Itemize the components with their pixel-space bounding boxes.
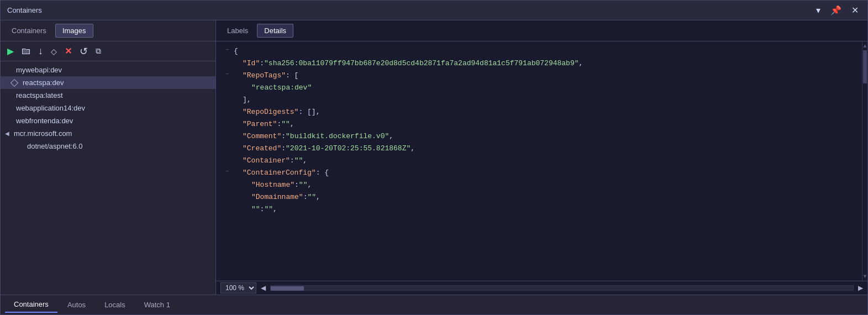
- tab-details[interactable]: Details: [257, 24, 293, 38]
- dropdown-btn[interactable]: ▾: [814, 4, 823, 17]
- list-item[interactable]: reactspa:latest: [1, 89, 215, 102]
- window-title: Containers: [7, 6, 42, 14]
- delete-btn[interactable]: ✕: [62, 45, 74, 57]
- json-line: "Id" : "sha256:0ba11079ff947bb687e20d8d5…: [216, 58, 862, 70]
- json-line: "Container" : "" ,: [216, 155, 862, 167]
- refresh-btn[interactable]: ↺: [77, 44, 90, 59]
- scroll-track[interactable]: [862, 50, 867, 272]
- json-line: "Created" : "2021-10-20T02:25:55.821868Z…: [216, 143, 862, 155]
- status-tab-watch1[interactable]: Watch 1: [135, 297, 179, 312]
- list-item[interactable]: dotnet/aspnet:6.0: [1, 140, 215, 153]
- json-line: "Domainname" : "" ,: [216, 192, 862, 204]
- zoom-select[interactable]: 100 %: [220, 282, 256, 293]
- scroll-down-btn[interactable]: ▼: [862, 272, 867, 281]
- play-btn[interactable]: ▶: [5, 45, 16, 57]
- json-content[interactable]: − { "Id" : "sha256:0ba11079ff947bb687e20…: [216, 41, 862, 281]
- json-line: − {: [216, 46, 862, 58]
- status-tab-containers[interactable]: Containers: [5, 297, 57, 313]
- json-line: "Comment" : "buildkit.dockerfile.v0" ,: [216, 131, 862, 143]
- tab-labels[interactable]: Labels: [220, 24, 255, 37]
- left-tab-bar: Containers Images: [1, 20, 215, 41]
- pin-btn[interactable]: 📌: [828, 4, 844, 17]
- list-item[interactable]: webapplication14:dev: [1, 102, 215, 114]
- tab-images[interactable]: Images: [55, 24, 93, 38]
- scroll-thumb: [863, 50, 867, 83]
- list-item[interactable]: mywebapi:dev: [1, 64, 215, 76]
- json-line: "reactspa:dev": [216, 82, 862, 95]
- image-toolbar: ▶ ↓ ◇ ✕ ↺ ⧉: [1, 41, 215, 61]
- title-bar-controls: ▾ 📌 ✕: [814, 4, 861, 17]
- scroll-up-btn[interactable]: ▲: [862, 41, 867, 50]
- json-line: "" : "" ,: [216, 204, 862, 216]
- scroll-left-btn[interactable]: ◀: [261, 284, 266, 292]
- diamond-icon: [10, 78, 18, 86]
- json-line: "RepoDigests" : [],: [216, 107, 862, 119]
- item-label: webapplication14:dev: [16, 104, 85, 112]
- close-btn[interactable]: ✕: [849, 4, 861, 17]
- item-label: reactspa:latest: [16, 91, 63, 99]
- title-bar: Containers ▾ 📌 ✕: [1, 1, 867, 20]
- left-panel: Containers Images ▶ ↓ ◇ ✕ ↺ ⧉ mywebapi:d…: [1, 20, 216, 295]
- collapse-btn[interactable]: −: [225, 46, 229, 55]
- right-panel: Labels Details − { "Id" :: [216, 20, 867, 295]
- vertical-scrollbar[interactable]: ▲ ▼: [862, 41, 867, 281]
- main-content: Containers Images ▶ ↓ ◇ ✕ ↺ ⧉ mywebapi:d…: [1, 20, 867, 295]
- item-label: mywebapi:dev: [16, 66, 62, 74]
- details-tab-bar: Labels Details: [216, 20, 867, 41]
- group-label: mcr.microsoft.com: [14, 129, 72, 138]
- item-label: reactspa:dev: [23, 78, 64, 87]
- json-line: "Parent" : "" ,: [216, 119, 862, 131]
- horizontal-scroll-track[interactable]: [270, 285, 854, 291]
- status-tab-autos[interactable]: Autos: [59, 297, 94, 312]
- group-item-mcr[interactable]: ◀ mcr.microsoft.com: [1, 127, 215, 140]
- list-item[interactable]: webfrontenda:dev: [1, 114, 215, 127]
- download-btn[interactable]: ↓: [36, 44, 45, 58]
- collapse-btn[interactable]: −: [225, 70, 229, 79]
- json-line: ],: [216, 95, 862, 107]
- tab-containers[interactable]: Containers: [5, 24, 53, 37]
- tag-btn[interactable]: ◇: [49, 46, 59, 57]
- scroll-right-btn[interactable]: ▶: [858, 284, 863, 292]
- item-label: webfrontenda:dev: [16, 117, 73, 125]
- horizontal-scroll-thumb: [271, 286, 304, 291]
- json-footer: 100 % ◀ ▶: [216, 281, 867, 295]
- status-bar: Containers Autos Locals Watch 1: [1, 295, 867, 314]
- json-line: − "ContainerConfig" : {: [216, 167, 862, 180]
- status-tab-locals[interactable]: Locals: [96, 297, 134, 312]
- expand-arrow-icon: ◀: [5, 130, 12, 136]
- image-list: mywebapi:dev reactspa:dev reactspa:lates…: [1, 61, 215, 295]
- item-label: dotnet/aspnet:6.0: [27, 142, 82, 150]
- main-window: Containers ▾ 📌 ✕ Containers Images ▶ ↓ ◇: [0, 0, 868, 315]
- list-item[interactable]: reactspa:dev: [1, 76, 215, 89]
- collapse-btn[interactable]: −: [225, 167, 229, 176]
- copy-btn[interactable]: ⧉: [93, 45, 103, 57]
- folder-btn[interactable]: [19, 46, 33, 57]
- json-line: − "RepoTags" : [: [216, 70, 862, 82]
- json-line: "Hostname" : "" ,: [216, 180, 862, 192]
